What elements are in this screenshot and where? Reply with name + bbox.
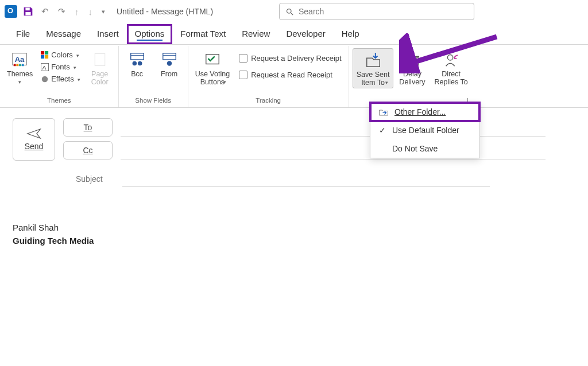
to-button[interactable]: To [63,118,113,137]
themes-button[interactable]: Aa Themes ▾ [3,48,36,87]
svg-text:A: A [42,64,47,70]
svg-rect-22 [163,53,176,60]
subject-input[interactable] [122,171,490,187]
svg-rect-6 [13,64,16,67]
window-title: Untitled - Message (HTML) [117,7,213,16]
tab-file[interactable]: File [8,24,38,44]
tab-help[interactable]: Help [334,24,368,44]
svg-line-28 [407,37,497,64]
send-icon [26,128,41,139]
menu-use-default-folder[interactable]: ✓ Use Default Folder [370,121,479,139]
themes-label: Themes [7,70,33,78]
svg-point-21 [138,61,142,66]
svg-point-16 [42,76,48,82]
group-themes: Aa Themes ▾ Colors A Fonts Effects [0,46,119,107]
search-input[interactable] [299,7,468,16]
prev-item-button: ↑ [72,7,82,17]
svg-rect-11 [45,51,48,54]
group-show-fields: Bcc From Show Fields [119,46,188,107]
group-label-themes: Themes [3,95,115,107]
cc-input[interactable] [121,141,546,159]
tab-insert[interactable]: Insert [89,24,127,44]
svg-rect-18 [130,53,144,60]
tab-review[interactable]: Review [234,24,278,44]
redo-button[interactable]: ↷ [56,6,68,17]
svg-rect-12 [41,55,44,59]
svg-rect-17 [95,54,105,66]
next-item-button: ↓ [86,7,95,17]
svg-rect-1 [25,12,30,15]
subject-label: Subject [76,174,103,184]
group-label-tracking: Tracking [192,95,345,107]
page-color-button: Page Color [85,48,115,88]
read-receipt-checkbox[interactable]: Request a Read Receipt [235,68,345,81]
delivery-receipt-checkbox[interactable]: Request a Delivery Receipt [235,52,345,65]
colors-button[interactable]: Colors [38,49,83,60]
qat-overflow[interactable]: ▾ [99,8,107,15]
group-tracking: Use Voting Buttons ▾ Request a Delivery … [188,46,349,107]
message-body[interactable]: Pankil Shah Guiding Tech Media [13,221,575,247]
title-bar: ↶ ↷ ↑ ↓ ▾ Untitled - Message (HTML) [0,0,588,23]
undo-button[interactable]: ↶ [39,6,51,17]
menu-do-not-save[interactable]: Do Not Save [370,139,479,158]
cc-button[interactable]: Cc [63,141,113,159]
use-voting-buttons[interactable]: Use Voting Buttons ▾ [192,48,233,87]
folder-arrow-icon [378,107,389,116]
outlook-icon [5,5,17,18]
tab-message[interactable]: Message [38,24,89,44]
svg-rect-9 [21,64,24,67]
tab-developer[interactable]: Developer [278,24,333,44]
save-sent-item-to-button[interactable]: Save Sent Item To ▾ [353,48,394,88]
svg-rect-10 [41,51,44,54]
save-icon[interactable] [22,5,34,18]
svg-point-20 [132,61,137,66]
search-box[interactable] [279,3,474,20]
to-input[interactable] [121,118,546,137]
checkbox-icon [239,71,247,79]
annotation-arrow [399,33,502,73]
svg-rect-7 [16,64,18,67]
group-label-showfields: Show Fields [122,95,184,107]
svg-point-24 [167,61,171,65]
signature-name: Pankil Shah [13,221,575,235]
save-sent-dropdown: Other Folder... ✓ Use Default Folder Do … [370,102,480,158]
compose-area: Send To Cc Subject Pankil Shah Guiding T… [0,108,588,258]
tab-options[interactable]: Options [127,24,173,44]
bcc-button[interactable]: Bcc [122,48,152,80]
signature-org: Guiding Tech Media [13,235,575,248]
search-icon [285,7,294,16]
effects-button[interactable]: Effects [38,73,83,84]
from-button[interactable]: From [154,48,184,80]
tab-format-text[interactable]: Format Text [172,24,234,44]
svg-line-3 [291,13,293,15]
checkbox-icon [239,54,247,63]
check-icon: ✓ [378,126,386,135]
menu-other-folder[interactable]: Other Folder... [370,103,479,121]
svg-rect-13 [45,55,48,59]
fonts-button[interactable]: A Fonts [38,61,83,72]
send-button[interactable]: Send [13,118,55,161]
svg-rect-0 [25,8,29,11]
svg-rect-8 [19,64,21,67]
svg-text:Aa: Aa [14,55,24,64]
svg-point-2 [287,9,292,13]
